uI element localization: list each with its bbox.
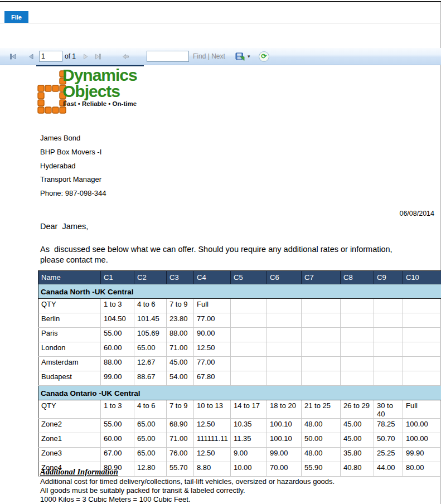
table-cell	[341, 299, 374, 313]
table-cell: Budapest	[38, 371, 101, 386]
table-cell: Zone3	[38, 448, 101, 462]
table-cell: 80.00	[403, 462, 441, 477]
table-cell: 99.00	[267, 448, 302, 462]
additional-info-heading: Additional Information	[40, 467, 118, 477]
last-page-button[interactable]	[94, 48, 101, 65]
column-header: C1	[101, 271, 134, 284]
current-page-input[interactable]	[39, 51, 62, 62]
table-cell: 12.50	[194, 448, 231, 462]
table-cell: 23.80	[167, 313, 194, 328]
table-cell	[374, 371, 403, 386]
table-cell	[403, 328, 441, 342]
table-cell	[267, 342, 302, 357]
file-tab[interactable]: File	[4, 11, 28, 23]
table-cell: 12.50	[194, 419, 231, 433]
table-cell	[267, 371, 302, 386]
page-count-label: of 1	[65, 52, 76, 60]
table-cell: QTY	[38, 400, 101, 419]
table-cell: 1 to 3	[101, 400, 134, 419]
table-cell: 10 to 13	[194, 400, 231, 419]
section-row: Canada North -UK Central	[38, 284, 441, 299]
table-cell	[403, 371, 441, 386]
table-cell	[231, 313, 267, 328]
table-cell: 25.25	[374, 448, 403, 462]
table-cell	[374, 342, 403, 357]
table-cell: 67.00	[101, 448, 134, 462]
table-cell: 4 to 6	[134, 400, 167, 419]
table-cell: 35.80	[341, 448, 374, 462]
table-cell	[341, 328, 374, 342]
table-cell	[231, 371, 267, 386]
column-header: C6	[267, 271, 302, 284]
previous-page-button[interactable]	[27, 48, 35, 65]
table-cell: 55.00	[101, 328, 134, 342]
next-page-button[interactable]	[82, 48, 89, 65]
table-row: Zone160.0065.0071.00111111.1111.35100.10…	[38, 433, 441, 448]
column-header: C8	[341, 271, 374, 284]
export-save-icon	[235, 52, 245, 61]
table-cell: 65.00	[134, 448, 167, 462]
table-cell	[302, 371, 341, 386]
additional-info-line: 1000 Kilos = 3 Cubic Meters = 100 Cubic …	[40, 495, 335, 504]
refresh-button[interactable]: ⟳	[259, 48, 269, 65]
table-cell: 111111.11	[194, 433, 231, 448]
back-to-parent-button[interactable]	[122, 48, 129, 65]
table-cell: 100.10	[267, 433, 302, 448]
column-header: C5	[231, 271, 267, 284]
table-cell: London	[38, 342, 101, 357]
column-header: C7	[302, 271, 341, 284]
table-cell: 48.00	[302, 419, 341, 433]
section-title: Canada North -UK Central	[38, 284, 441, 299]
table-cell: 77.00	[194, 357, 231, 371]
table-cell: 65.00	[134, 433, 167, 448]
table-cell: 40.80	[341, 462, 374, 477]
table-cell	[341, 371, 374, 386]
table-cell: 100.10	[267, 419, 302, 433]
table-cell: 60.00	[101, 433, 134, 448]
first-page-icon	[9, 53, 17, 60]
export-dropdown-caret[interactable]: ▾	[248, 54, 250, 59]
table-cell: 50.00	[302, 433, 341, 448]
table-row: Zone367.0065.0076.0012.509.0099.0048.003…	[38, 448, 441, 462]
table-cell	[231, 357, 267, 371]
table-cell: 7 to 9	[167, 400, 194, 419]
letter-greeting: Dear James,	[40, 222, 88, 231]
search-input[interactable]	[147, 51, 189, 62]
table-cell	[341, 342, 374, 357]
column-header: C2	[134, 271, 167, 284]
export-button[interactable]	[235, 48, 245, 65]
table-cell	[267, 328, 302, 342]
table-cell: 67.80	[194, 371, 231, 386]
table-cell: Full	[194, 299, 231, 313]
table-cell: 1 to 3	[101, 299, 134, 313]
first-page-button[interactable]	[9, 48, 17, 65]
table-cell	[267, 357, 302, 371]
table-cell	[302, 313, 341, 328]
table-cell: 90.00	[194, 328, 231, 342]
table-row: QTY1 to 34 to 67 to 910 to 1314 to 1718 …	[38, 400, 441, 419]
table-cell: 30 to 40	[374, 400, 403, 419]
table-cell: Zone2	[38, 419, 101, 433]
refresh-icon: ⟳	[259, 51, 269, 62]
table-cell: 11.35	[231, 433, 267, 448]
table-cell	[374, 299, 403, 313]
tab-strip-divider	[0, 23, 441, 23]
table-cell	[403, 342, 441, 357]
table-cell	[267, 313, 302, 328]
logo-wordmark: DynamicsObjects	[62, 67, 137, 99]
table-cell	[374, 328, 403, 342]
table-row: London60.0065.0071.0012.50	[38, 342, 441, 357]
last-page-icon	[94, 53, 101, 60]
table-cell: 55.00	[101, 419, 134, 433]
table-cell: 12.67	[134, 357, 167, 371]
table-cell	[231, 299, 267, 313]
table-cell: 45.00	[167, 357, 194, 371]
table-cell: 65.00	[134, 342, 167, 357]
table-cell	[341, 313, 374, 328]
table-row: Budapest99.0088.6754.0067.80	[38, 371, 441, 386]
table-cell: 71.00	[167, 433, 194, 448]
letter-date: 06/08/2014	[399, 210, 434, 217]
table-cell: 18 to 20	[267, 400, 302, 419]
find-next-links[interactable]: Find | Next	[193, 52, 225, 60]
previous-page-icon	[27, 53, 35, 60]
